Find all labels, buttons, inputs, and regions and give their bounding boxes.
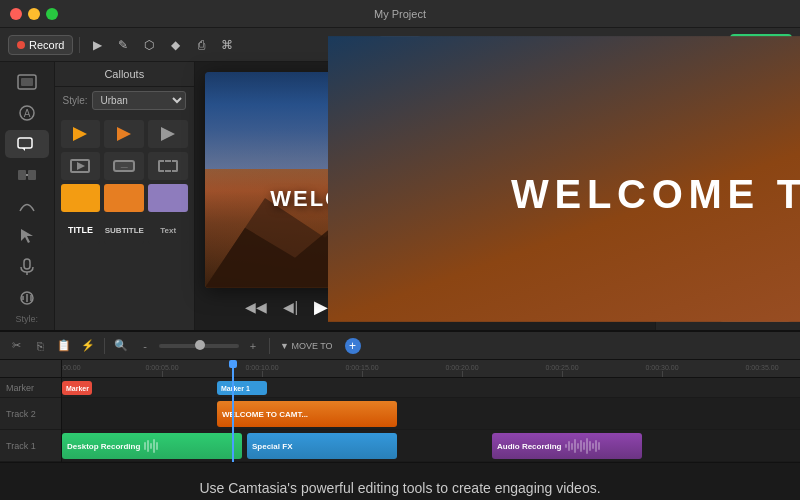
record-label: Record (29, 39, 64, 51)
style-select[interactable]: Urban Basic Modern (92, 91, 187, 110)
sidebar-item-annotations[interactable]: A (5, 99, 49, 128)
playhead[interactable] (232, 360, 234, 462)
right-panel: ☰ ⚑ Marker ✕ Marker 1 Thumbnail: (655, 62, 800, 330)
zoom-slider[interactable] (159, 344, 239, 348)
svg-text:WELCOME TO C...: WELCOME TO C... (511, 172, 800, 216)
zoom-in-icon[interactable]: 🔍 (111, 336, 131, 356)
callouts-header: Callouts (55, 62, 195, 87)
sidebar-item-audio[interactable] (5, 283, 49, 312)
sidebar-item-cursor[interactable] (5, 222, 49, 251)
marker-clip-1[interactable]: Marker (62, 381, 92, 395)
paste-icon[interactable]: 📋 (54, 336, 74, 356)
track-2: WELCOME TO CAMT... (62, 398, 800, 430)
ruler-time-1: 0:00:05.00 (145, 364, 178, 371)
ruler-time-7: 0:00:35.00 (745, 364, 778, 371)
time-ruler: 0:00:00.00 0:00:05.00 0:00:10.00 0:00:15… (62, 360, 800, 378)
left-sidebar: A Style: (0, 62, 55, 330)
record-button[interactable]: Record (8, 35, 73, 55)
zoom-slider-thumb (195, 340, 205, 350)
cursor-tool-icon[interactable]: ▶ (86, 34, 108, 56)
ruler-time-4: 0:00:20.00 (445, 364, 478, 371)
fill-tool-icon[interactable]: ◆ (164, 34, 186, 56)
callout-text-label: Text (158, 224, 178, 237)
marker-clip-2[interactable]: Marker 1 (217, 381, 267, 395)
traffic-lights (10, 8, 58, 20)
playhead-top (229, 360, 237, 368)
callout-subtitle[interactable]: SUBTITLE (104, 216, 144, 244)
ruler-tick-5 (562, 371, 563, 377)
callout-arrow-orange[interactable] (104, 120, 144, 148)
crop-tool-icon[interactable]: ⎙ (190, 34, 212, 56)
callout-outline-1[interactable] (61, 152, 101, 180)
callout-arrow-gray[interactable] (148, 120, 188, 148)
rewind-button[interactable]: ◀◀ (241, 297, 271, 317)
clip-audio[interactable]: Audio Recording (492, 433, 642, 459)
ruler-tick-3 (362, 371, 363, 377)
ruler-time-0: 0:00:00.00 (62, 364, 81, 371)
fullscreen-button[interactable] (46, 8, 58, 20)
sidebar-item-voice[interactable] (5, 253, 49, 282)
track-label-2: Track 2 (0, 398, 61, 430)
sidebar-item-media[interactable] (5, 68, 49, 97)
svg-rect-7 (28, 170, 36, 180)
callout-title-text: TITLE (66, 223, 95, 237)
ruler-tick-6 (662, 371, 663, 377)
ruler-label-spacer (0, 360, 61, 378)
zoom-out-icon[interactable]: - (135, 336, 155, 356)
track-label-1: Track 1 (0, 430, 61, 462)
tl-sep-2 (269, 338, 270, 354)
ruler-tick-4 (462, 371, 463, 377)
svg-marker-5 (22, 148, 25, 151)
callout-rect-orange[interactable] (104, 184, 144, 212)
svg-rect-9 (24, 259, 30, 269)
hotkey-tool-icon[interactable]: ⌘ (216, 34, 238, 56)
toolbar-separator-1 (79, 37, 80, 53)
ruler-tick-1 (162, 371, 163, 377)
sidebar-item-animations[interactable] (5, 191, 49, 220)
tl-sep-1 (104, 338, 105, 354)
callouts-grid: — TITLE SUBTITLE Text (55, 114, 195, 250)
svg-rect-4 (18, 138, 32, 148)
track-labels: Marker Track 2 Track 1 (0, 360, 62, 462)
copy-icon[interactable]: ⎘ (30, 336, 50, 356)
minimize-button[interactable] (28, 8, 40, 20)
callout-title[interactable]: TITLE (61, 216, 101, 244)
track-1: Desktop Recording Special FX Audio Recor… (62, 430, 800, 462)
callouts-panel: Callouts Style: Urban Basic Modern (55, 62, 196, 330)
callout-outline-3[interactable] (148, 152, 188, 180)
close-button[interactable] (10, 8, 22, 20)
callout-text[interactable]: Text (148, 216, 188, 244)
clip-special[interactable]: Special FX (247, 433, 397, 459)
svg-rect-6 (18, 170, 26, 180)
toolbar-left: Record ▶ ✎ ⬡ ◆ ⎙ ⌘ (8, 34, 323, 56)
pencil-tool-icon[interactable]: ✎ (112, 34, 134, 56)
main-area: A Style: Callouts Style: Urban Basic (0, 62, 800, 330)
sidebar-item-transitions[interactable] (5, 160, 49, 189)
callout-clip[interactable]: WELCOME TO CAMT... (217, 401, 397, 427)
record-dot-icon (17, 41, 25, 49)
clip-desktop[interactable]: Desktop Recording (62, 433, 242, 459)
track-label-marker: Marker (0, 378, 61, 398)
sidebar-more-label[interactable]: Style: (16, 314, 39, 324)
svg-text:A: A (23, 108, 30, 119)
ruler-time-5: 0:00:25.00 (545, 364, 578, 371)
thumbnail-section: Thumbnail: WELCOME TO C... (664, 140, 792, 204)
sidebar-item-callouts[interactable] (5, 130, 49, 159)
style-row: Style: Urban Basic Modern (55, 87, 195, 114)
shape-tool-icon[interactable]: ⬡ (138, 34, 160, 56)
tracks-content: 0:00:00.00 0:00:05.00 0:00:10.00 0:00:15… (62, 360, 800, 462)
callout-arrow-yellow[interactable] (61, 120, 101, 148)
plus-icon[interactable]: + (243, 336, 263, 356)
marker-track: Marker Marker 1 (62, 378, 800, 398)
step-back-button[interactable]: ◀| (279, 297, 302, 317)
bottom-text: Use Camtasia's powerful editing tools to… (199, 480, 600, 496)
callout-outline-2[interactable]: — (104, 152, 144, 180)
style-label: Style: (63, 95, 88, 106)
bottom-bar: Use Camtasia's powerful editing tools to… (0, 462, 800, 500)
callout-rect-yellow[interactable] (61, 184, 101, 212)
cut-icon[interactable]: ✂ (6, 336, 26, 356)
callout-rect-purple[interactable] (148, 184, 188, 212)
split-icon[interactable]: ⚡ (78, 336, 98, 356)
svg-rect-1 (21, 78, 33, 86)
ruler-time-2: 0:00:10.00 (245, 364, 278, 371)
